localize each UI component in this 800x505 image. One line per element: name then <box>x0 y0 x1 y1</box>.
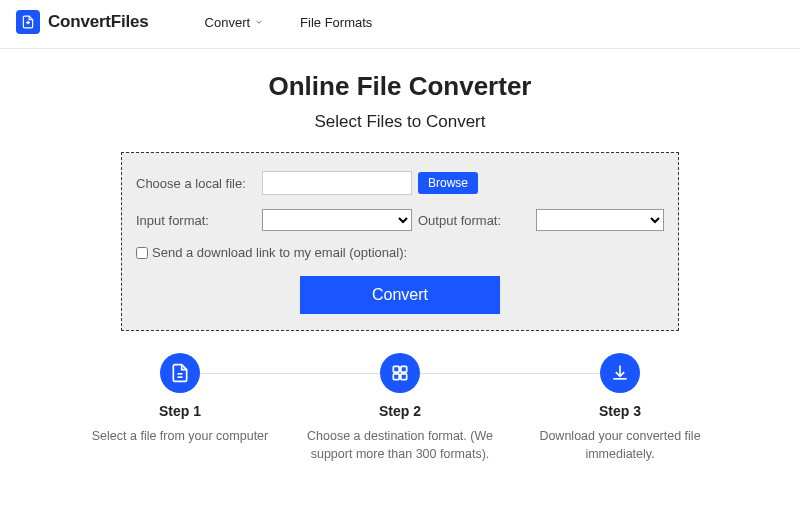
output-format-label: Output format: <box>418 213 516 228</box>
browse-button[interactable]: Browse <box>418 172 478 194</box>
file-input[interactable] <box>262 171 412 195</box>
svg-rect-2 <box>393 366 399 372</box>
input-format-select[interactable] <box>262 209 412 231</box>
step-1: Step 1 Select a file from your computer <box>70 353 290 463</box>
svg-rect-4 <box>393 374 399 380</box>
output-format-select[interactable] <box>536 209 664 231</box>
page-subtitle: Select Files to Convert <box>0 112 800 132</box>
chevron-down-icon <box>254 17 264 27</box>
convert-button[interactable]: Convert <box>300 276 500 314</box>
file-icon <box>160 353 200 393</box>
svg-rect-3 <box>401 366 407 372</box>
nav-formats-label: File Formats <box>300 15 372 30</box>
choose-file-row: Choose a local file: Browse <box>136 171 664 195</box>
brand-logo: ConvertFiles <box>16 10 149 34</box>
email-row: Send a download link to my email (option… <box>136 245 664 260</box>
page-title: Online File Converter <box>0 71 800 102</box>
converter-panel: Choose a local file: Browse Input format… <box>121 152 679 331</box>
choose-file-label: Choose a local file: <box>136 176 262 191</box>
step-3-title: Step 3 <box>510 403 730 419</box>
download-icon <box>600 353 640 393</box>
step-3: Step 3 Download your converted file imme… <box>510 353 730 463</box>
svg-rect-5 <box>401 374 407 380</box>
input-format-label: Input format: <box>136 213 262 228</box>
steps: Step 1 Select a file from your computer … <box>0 353 800 463</box>
step-2-title: Step 2 <box>290 403 510 419</box>
main-nav: Convert File Formats <box>205 15 373 30</box>
step-2-desc: Choose a destination format. (We support… <box>290 427 510 463</box>
step-1-desc: Select a file from your computer <box>70 427 290 445</box>
nav-convert-label: Convert <box>205 15 251 30</box>
email-checkbox[interactable] <box>136 247 148 259</box>
logo-icon <box>16 10 40 34</box>
email-label: Send a download link to my email (option… <box>152 245 407 260</box>
grid-icon <box>380 353 420 393</box>
format-row: Input format: Output format: <box>136 209 664 231</box>
header: ConvertFiles Convert File Formats <box>0 0 800 49</box>
nav-convert[interactable]: Convert <box>205 15 265 30</box>
step-3-desc: Download your converted file immediately… <box>510 427 730 463</box>
step-1-title: Step 1 <box>70 403 290 419</box>
hero: Online File Converter Select Files to Co… <box>0 49 800 138</box>
nav-file-formats[interactable]: File Formats <box>300 15 372 30</box>
step-2: Step 2 Choose a destination format. (We … <box>290 353 510 463</box>
brand-name: ConvertFiles <box>48 12 149 32</box>
